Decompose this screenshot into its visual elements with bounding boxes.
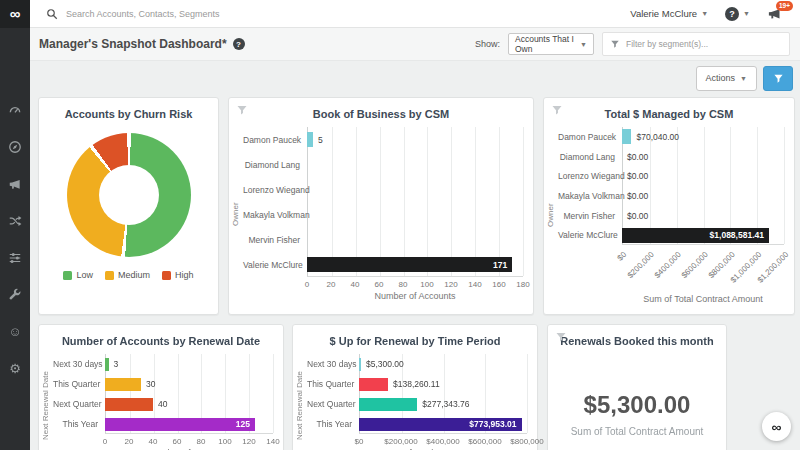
category-label: This Quarter [53,379,105,389]
shuffle-icon [8,214,22,228]
notification-badge: 19+ [776,1,793,11]
funnel-icon [610,39,620,49]
chart-title: Renewals Booked this month [548,335,726,347]
category-label: Diamond Lang [243,160,307,170]
value-label: $277,343.76 [422,399,469,409]
book-of-business-chart: Owner Damon Paucek5Diamond LangLorenzo W… [231,127,523,301]
x-axis-title: Number of Accounts [307,291,523,301]
chart-title: $ Up for Renewal by Time Period [293,335,537,347]
notifications-button[interactable]: 19+ [767,6,784,21]
global-search [30,8,630,20]
data-bar[interactable] [307,132,313,147]
data-bar[interactable] [105,378,141,391]
data-bar[interactable] [105,398,153,411]
bar-row: Valerie McClure171 [243,252,523,277]
data-bar[interactable] [359,378,388,391]
category-label: Mervin Fisher [558,211,622,221]
bar-row: Next 30 days$5,300.00 [307,354,527,374]
funnel-icon [773,73,784,84]
card-filter-icon[interactable] [236,104,248,116]
sidebar-item-shuffle[interactable] [8,213,23,228]
data-bar[interactable]: $1,088,581.41 [622,228,769,243]
bar-zone: 171 [307,252,523,277]
legend-item[interactable]: High [162,270,194,280]
bar-row: Next Quarter$277,343.76 [307,394,527,414]
app-logo[interactable]: ∞ [0,0,30,28]
x-tick-label: $600,000 [468,437,501,446]
data-bar[interactable] [359,358,361,371]
x-tick-label: 80 [197,437,206,446]
category-label: Next Quarter [307,399,359,409]
donut-chart[interactable] [67,133,191,257]
dashboard-content: Actions ▼ Accounts by Churn Risk LowMedi… [30,61,800,450]
bar-zone: $773,953.01 [359,414,527,434]
show-dropdown[interactable]: Accounts That I Own ▼ [508,33,594,55]
bar-row: Lorenzo Wiegand [243,177,523,202]
sidebar-item-compass[interactable] [8,139,23,154]
sidebar-item-gear[interactable]: ⚙ [8,361,23,376]
sidebar-item-megaphone[interactable] [8,176,23,191]
x-tick-label: 40 [351,280,360,289]
category-label: Lorenzo Wiegand [558,171,622,181]
category-label: Damon Paucek [243,135,307,145]
churnzero-widget-button[interactable]: ∞ [762,412,791,441]
data-bar[interactable] [359,398,417,411]
title-help-icon[interactable]: ? [233,38,245,50]
category-label: Makayla Volkman [558,191,622,201]
user-menu[interactable]: Valerie McClure ▼ [630,8,708,19]
data-bar[interactable]: 171 [307,257,512,272]
help-icon: ? [725,7,739,21]
user-name: Valerie McClure [630,8,697,19]
value-label: 125 [236,419,255,429]
sidebar-item-sliders[interactable] [8,250,23,265]
data-bar[interactable] [622,129,631,144]
value-label: 171 [493,260,512,270]
global-search-input[interactable] [66,9,346,19]
legend-item[interactable]: Low [63,270,93,280]
category-label: Damon Paucek [558,132,622,142]
filter-button[interactable] [763,66,793,91]
category-label: Makayla Volkman [243,210,307,220]
actions-button[interactable]: Actions ▼ [696,66,757,91]
x-tick-label: 120 [242,437,255,446]
x-tick-label: 60 [375,280,384,289]
value-label: 5 [318,135,323,145]
x-tick-label: $400,000 [426,437,459,446]
category-label: Valerie McClure [243,260,307,270]
gridline [784,127,785,244]
bar-zone: 3 [105,354,273,374]
data-bar[interactable]: 125 [105,418,255,431]
sidebar-item-smiley[interactable]: ☺ [8,324,23,339]
stat-sublabel: Sum of Total Contract Amount [548,426,726,437]
help-menu[interactable]: ? ▼ [725,7,750,21]
bar-row: Valerie McClure$1,088,581.41 [558,225,784,245]
card-filter-icon[interactable] [551,104,563,116]
x-axis-ticks: 020406080100120140 [105,434,273,447]
x-tick-label: 140 [266,437,279,446]
card-filter-icon[interactable] [555,331,567,343]
card-book-of-business-by-csm: Book of Business by CSM Owner Damon Pauc… [228,97,534,315]
data-bar[interactable]: $773,953.01 [359,418,522,431]
legend-item[interactable]: Medium [105,270,150,280]
legend-swatch [63,271,72,280]
bar-zone: 30 [105,374,273,394]
segment-filter-input[interactable] [626,39,782,49]
card-accounts-by-renewal-date: Number of Accounts by Renewal Date Next … [38,324,284,450]
bar-zone: $0.00 [622,206,784,226]
x-tick-label: $600,000 [679,250,709,280]
value-label: $0.00 [627,211,648,221]
bar-zone: 125 [105,414,273,434]
value-label: $0.00 [627,171,648,181]
page-title: Manager's Snapshot Dashboard* [39,37,227,51]
sidebar-item-wrench[interactable] [8,287,23,302]
sidebar-item-dashboard-gauge[interactable] [8,102,23,117]
wrench-icon [8,288,22,302]
renewal-dollars-chart: Next Renewal Date Next 30 days$5,300.00T… [295,354,527,450]
data-bar[interactable] [105,358,109,371]
value-label: $1,088,581.41 [710,230,769,240]
bar-row: This Quarter30 [53,374,273,394]
x-tick-label: 0 [103,437,107,446]
page-header: Manager's Snapshot Dashboard* ? Show: Ac… [30,28,800,61]
total-managed-chart: Owner Damon Paucek$70,040.00Diamond Lang… [546,127,784,304]
x-tick-label: 0 [305,280,309,289]
